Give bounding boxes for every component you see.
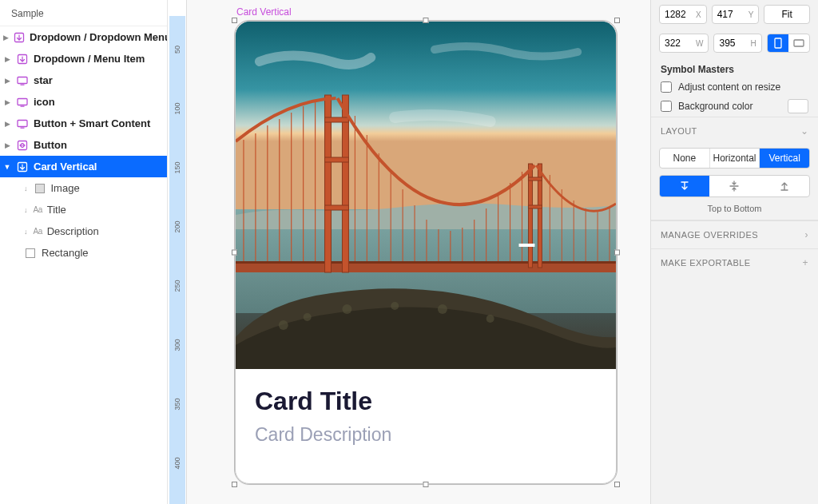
layer-label: Image [51,182,80,194]
svg-rect-4 [18,98,27,105]
layer-label: Dropdown / Menu Item [34,53,145,65]
layer-row-image[interactable]: ↓ Image [0,177,167,199]
layer-row-dropdown-menu[interactable]: ▶ Dropdown / Dropdown Menu [0,26,167,48]
layer-row-menu-item[interactable]: ▶ Dropdown / Menu Item [0,48,167,69]
layout-none[interactable]: None [660,149,709,168]
resize-handle[interactable] [423,482,429,487]
orientation-toggle[interactable] [767,34,810,53]
canvas[interactable]: 50 100 150 200 250 300 350 400 Card Vert… [168,0,650,504]
disclosure-icon[interactable]: ▼ [3,163,11,171]
card-title-text[interactable]: Card Title [255,387,597,416]
layer-label: Dropdown / Dropdown Menu [30,31,167,43]
disclosure-icon[interactable]: ▶ [3,77,11,85]
layers-panel: Sample ▶ Dropdown / Dropdown Menu ▶ Drop… [0,0,168,504]
svg-point-53 [304,313,312,321]
resize-handle[interactable] [614,18,620,23]
svg-rect-18 [325,205,349,210]
layer-row-title[interactable]: ↓ Aa Title [0,199,167,220]
svg-rect-58 [775,38,781,48]
image-icon [34,182,46,195]
symbol-horizontal-icon [16,139,29,152]
layer-list: ▶ Dropdown / Dropdown Menu ▶ Dropdown / … [0,26,167,504]
svg-rect-51 [519,244,535,247]
symbol-screen-icon [16,74,29,87]
svg-rect-59 [794,40,804,46]
pin-icon: ↓ [24,206,28,214]
symbol-vertical-icon [14,31,25,44]
layout-section-header[interactable]: LAYOUT ⌄ [651,117,818,145]
disclosure-icon[interactable]: ▶ [3,120,11,128]
rectangle-icon [24,247,37,260]
height-field[interactable]: H [713,34,761,53]
direction-top-to-bottom-icon[interactable] [660,176,709,196]
resize-handle[interactable] [232,482,237,487]
layout-direction-segmented[interactable] [659,175,810,197]
page-title[interactable]: Sample [0,0,167,26]
layer-row-rectangle[interactable]: Rectangle [0,242,167,264]
disclosure-icon[interactable]: ▶ [3,34,9,42]
svg-point-57 [486,315,494,323]
card-body: Card Title Card Description [236,369,616,466]
card-image[interactable] [236,22,616,369]
svg-rect-22 [528,205,542,208]
direction-bottom-to-top-icon[interactable] [760,176,809,196]
symbol-vertical-icon [16,161,29,173]
width-field[interactable]: W [659,34,709,53]
text-icon: Aa [34,205,42,214]
svg-rect-13 [236,261,616,264]
layout-mode-segmented[interactable]: None Horizontal Vertical [659,148,810,169]
layout-vertical[interactable]: Vertical [759,149,809,168]
svg-point-54 [342,304,351,314]
resize-handle[interactable] [614,482,620,487]
card-description-text[interactable]: Card Description [255,424,597,446]
disclosure-icon[interactable]: ▶ [3,98,11,106]
symbol-screen-icon [16,117,29,130]
y-field[interactable]: Y [712,5,760,24]
layer-label: icon [34,96,55,108]
layout-horizontal[interactable]: Horizontal [709,149,760,168]
adjust-content-checkbox[interactable]: Adjust content on resize [651,78,818,96]
svg-rect-3 [21,84,25,85]
card-vertical-artboard[interactable]: Card Title Card Description [235,21,617,484]
svg-rect-17 [325,157,349,162]
selection-label[interactable]: Card Vertical [236,6,292,18]
make-exportable-section[interactable]: MAKE EXPORTABLE + [651,248,818,276]
resize-handle[interactable] [232,18,237,23]
landscape-icon[interactable] [788,34,809,52]
manage-overrides-section[interactable]: MANAGE OVERRIDES › [651,220,818,248]
layer-label: Description [47,225,99,237]
svg-rect-6 [18,120,27,126]
svg-rect-5 [21,105,25,106]
layer-label: Button [34,139,67,151]
layer-row-card-vertical[interactable]: ▼ Card Vertical [0,156,167,177]
layer-label: Button + Smart Content [34,117,150,129]
layer-label: Card Vertical [34,161,97,173]
layer-row-icon[interactable]: ▶ icon [0,91,167,113]
svg-point-56 [438,304,447,314]
disclosure-icon[interactable]: ▶ [3,141,11,149]
vertical-ruler: 50 100 150 200 250 300 350 400 [168,0,187,504]
direction-center-icon[interactable] [709,176,759,196]
portrait-icon[interactable] [768,34,788,52]
layer-label: Title [47,204,66,216]
chevron-right-icon: › [805,229,808,240]
plus-icon: + [803,257,808,268]
fit-button[interactable]: Fit [764,5,810,24]
layer-label: star [34,74,53,86]
pin-icon: ↓ [24,228,28,236]
chevron-down-icon: ⌄ [800,125,808,137]
layer-row-button[interactable]: ▶ Button [0,134,167,156]
svg-point-52 [279,320,288,330]
color-swatch[interactable] [788,99,808,113]
layer-row-button-smart[interactable]: ▶ Button + Smart Content [0,113,167,134]
x-field[interactable]: X [659,5,707,24]
layer-label: Rectangle [42,247,89,259]
layer-row-description[interactable]: ↓ Aa Description [0,220,167,242]
text-icon: Aa [34,227,42,236]
disclosure-icon[interactable]: ▶ [3,55,11,63]
symbol-vertical-icon [16,53,29,65]
layer-row-star[interactable]: ▶ star [0,69,167,91]
direction-caption: Top to Bottom [651,200,818,220]
background-color-checkbox[interactable]: Background color [651,96,818,117]
svg-rect-16 [325,117,349,122]
